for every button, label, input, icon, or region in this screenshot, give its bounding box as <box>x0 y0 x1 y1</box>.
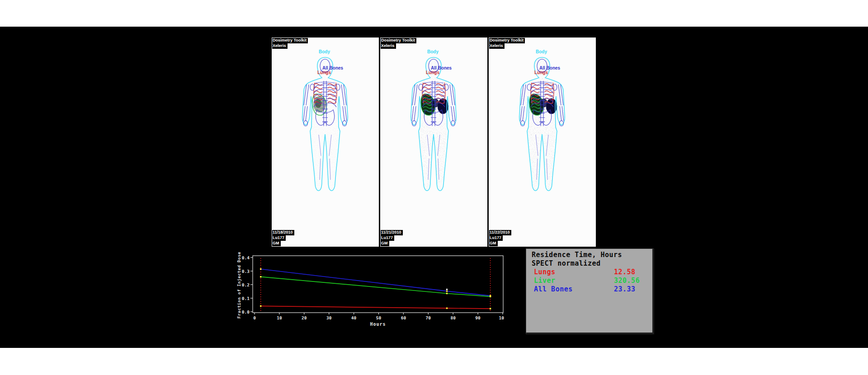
svg-text:20: 20 <box>302 315 307 320</box>
svg-text:40: 40 <box>351 315 357 320</box>
panel-footer-badges: 11/18/2010 Lu177 GM <box>272 230 294 246</box>
residence-title-line1: Residence Time, Hours <box>532 251 652 259</box>
x-axis-label: Hours <box>342 322 414 327</box>
scan-viewport-2[interactable]: Dosimetry Toolkit Xeleris Body <box>380 38 487 247</box>
mode-badge: GM <box>489 241 498 246</box>
residence-row-all-bones: All Bones 23.33 <box>532 285 652 294</box>
residence-row-lungs: Lungs 12.58 <box>532 268 652 277</box>
svg-text:70: 70 <box>426 315 431 320</box>
isotope-badge: Lu177 <box>381 235 394 241</box>
residence-title-line2: SPECT normalized <box>532 259 652 268</box>
svg-text:60: 60 <box>401 315 406 320</box>
panel-footer-badges: 11/22/2010 Lu177 GM <box>489 230 511 246</box>
svg-text:0.4: 0.4 <box>242 255 250 260</box>
isotope-badge: Lu177 <box>489 235 503 241</box>
panel-header-badges: Dosimetry Toolkit Xeleris <box>381 38 416 49</box>
dosimetry-screen: { "app": { "toolkit_label": "Dosimetry T… <box>0 0 868 375</box>
toolkit-badge: Dosimetry Toolkit <box>489 38 525 43</box>
toolkit-badge: Dosimetry Toolkit <box>272 38 308 43</box>
panel-header-badges: Dosimetry Toolkit Xeleris <box>489 38 525 49</box>
body-contour-label: Body <box>427 49 439 54</box>
svg-text:30: 30 <box>326 315 332 320</box>
residence-row-value: 23.33 <box>614 285 636 294</box>
scan-date-badge: 11/22/2010 <box>489 230 511 235</box>
isotope-badge: Lu177 <box>272 235 286 241</box>
workstation-badge: Xeleris <box>489 43 505 49</box>
svg-text:50: 50 <box>376 315 382 320</box>
residence-row-label: Liver <box>532 277 614 285</box>
svg-text:80: 80 <box>450 315 456 320</box>
svg-text:0: 0 <box>253 315 256 320</box>
svg-text:0.1: 0.1 <box>242 296 250 301</box>
lungs-contour-label: Lungs <box>534 70 548 75</box>
svg-text:90: 90 <box>475 315 481 320</box>
mode-badge: GM <box>381 241 389 246</box>
panel-header-badges: Dosimetry Toolkit Xeleris <box>272 38 308 49</box>
viewer-stage: Dosimetry Toolkit Xeleris Body <box>0 27 868 348</box>
scan-viewport-3[interactable]: Dosimetry Toolkit Xeleris Body <box>489 38 596 247</box>
workstation-badge: Xeleris <box>381 43 396 49</box>
scan-viewport-1[interactable]: Dosimetry Toolkit Xeleris Body <box>272 38 379 247</box>
workstation-badge: Xeleris <box>272 43 288 49</box>
scan-date-badge: 11/18/2010 <box>272 230 294 235</box>
residence-time-panel: Residence Time, Hours SPECT normalized L… <box>526 248 654 334</box>
svg-text:0.2: 0.2 <box>242 282 250 287</box>
mode-badge: GM <box>272 241 281 246</box>
body-contour-label: Body <box>319 49 330 54</box>
residence-row-liver: Liver 320.56 <box>532 277 652 285</box>
residence-row-value: 320.56 <box>614 277 640 285</box>
residence-row-value: 12.58 <box>614 268 636 277</box>
lungs-contour-label: Lungs <box>426 70 439 75</box>
svg-text:0.3: 0.3 <box>242 269 250 274</box>
svg-text:100: 100 <box>499 315 504 320</box>
svg-text:0.0: 0.0 <box>242 309 250 314</box>
svg-text:10: 10 <box>277 315 282 320</box>
lungs-contour-label: Lungs <box>317 70 331 75</box>
scan-date-badge: 11/21/2010 <box>381 230 403 235</box>
panel-footer-badges: 11/21/2010 Lu177 GM <box>381 230 403 246</box>
toolkit-badge: Dosimetry Toolkit <box>381 38 416 43</box>
residence-row-label: Lungs <box>532 268 614 277</box>
residence-row-label: All Bones <box>532 285 614 294</box>
time-activity-chart[interactable]: Fraction of Injected Dose 0 10 20 30 40 … <box>237 252 504 334</box>
body-contour-label: Body <box>536 49 547 54</box>
